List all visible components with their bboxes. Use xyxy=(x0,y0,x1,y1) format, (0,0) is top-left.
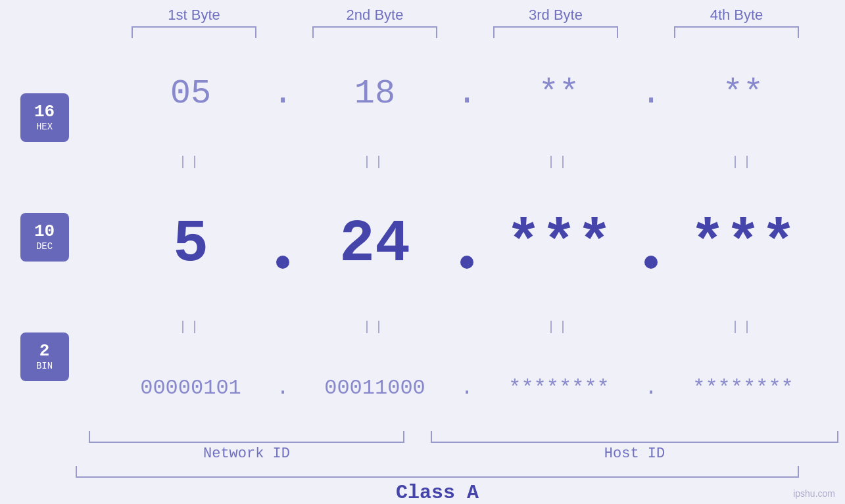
bracket-byte3 xyxy=(493,26,618,38)
network-id-bracket xyxy=(89,431,404,443)
dec-row: 5 24 *** *** xyxy=(89,211,845,278)
dec-badge-number: 10 xyxy=(34,223,55,240)
bin-badge-number: 2 xyxy=(39,342,50,359)
hex-row: 05 . 18 . ** . ** xyxy=(89,74,845,113)
hex-dot3: . xyxy=(638,74,664,113)
eq2-b2: || xyxy=(296,319,454,334)
class-label-row: Class A xyxy=(76,482,799,504)
hex-b2: 18 xyxy=(296,74,454,113)
dec-b1: 5 xyxy=(112,211,270,278)
bin-b1: 00000101 xyxy=(112,376,270,400)
bracket-byte1 xyxy=(132,26,256,38)
eq1-b3: || xyxy=(480,154,638,170)
byte2-header: 2nd Byte xyxy=(296,7,454,24)
bin-row: 00000101 . 00011000 . ******** . xyxy=(89,376,845,400)
top-brackets xyxy=(104,26,827,38)
dec-b3: *** xyxy=(480,211,638,278)
hex-b3: ** xyxy=(480,74,638,113)
dec-dot2 xyxy=(454,216,480,272)
bracket-byte4 xyxy=(674,26,799,38)
bin-dot1: . xyxy=(270,376,296,400)
dec-b4: *** xyxy=(664,211,822,278)
dec-dot3 xyxy=(638,216,664,272)
bin-b3: ******** xyxy=(480,376,638,400)
class-label: Class A xyxy=(396,482,479,504)
dec-dot1 xyxy=(270,216,296,272)
dec-badge-label: DEC xyxy=(36,241,53,252)
eq1-b1: || xyxy=(112,154,270,170)
watermark: ipshu.com xyxy=(793,488,835,499)
id-labels-row: Network ID Host ID xyxy=(0,446,845,462)
equals-row-2: || || || || xyxy=(89,319,845,334)
equals-row-1: || || || || xyxy=(89,154,845,170)
main-container: 1st Byte 2nd Byte 3rd Byte 4th Byte 16 H… xyxy=(0,0,845,504)
bin-dot2: . xyxy=(454,376,480,400)
hex-dot2: . xyxy=(454,74,480,113)
hex-b1: 05 xyxy=(112,74,270,113)
hex-b4: ** xyxy=(664,74,822,113)
hex-dot1: . xyxy=(270,74,296,113)
host-id-bracket xyxy=(431,431,838,443)
bin-dot3: . xyxy=(638,376,664,400)
dec-badge: 10 DEC xyxy=(20,213,69,262)
byte4-header: 4th Byte xyxy=(658,7,815,24)
bin-b2: 00011000 xyxy=(296,376,454,400)
eq1-b4: || xyxy=(664,154,822,170)
bottom-brackets-row xyxy=(0,431,845,443)
byte3-header: 3rd Byte xyxy=(477,7,635,24)
hex-badge: 16 HEX xyxy=(20,93,69,142)
bin-badge: 2 BIN xyxy=(20,332,69,381)
eq2-b1: || xyxy=(112,319,270,334)
eq1-b2: || xyxy=(296,154,454,170)
host-id-label: Host ID xyxy=(431,446,838,462)
eq2-b4: || xyxy=(664,319,822,334)
hex-badge-label: HEX xyxy=(36,122,53,132)
data-grid: 05 . 18 . ** . ** xyxy=(89,45,845,430)
dec-b2: 24 xyxy=(296,211,454,278)
badges-column: 16 HEX 10 DEC 2 BIN xyxy=(0,45,89,430)
hex-badge-number: 16 xyxy=(34,103,55,120)
byte1-header: 1st Byte xyxy=(115,7,273,24)
network-id-label: Network ID xyxy=(89,446,404,462)
bin-b4: ******** xyxy=(664,376,822,400)
eq2-b3: || xyxy=(480,319,638,334)
class-bracket xyxy=(76,466,799,478)
bin-badge-label: BIN xyxy=(36,361,53,371)
bracket-byte2 xyxy=(312,26,437,38)
byte-headers: 1st Byte 2nd Byte 3rd Byte 4th Byte xyxy=(104,7,827,24)
